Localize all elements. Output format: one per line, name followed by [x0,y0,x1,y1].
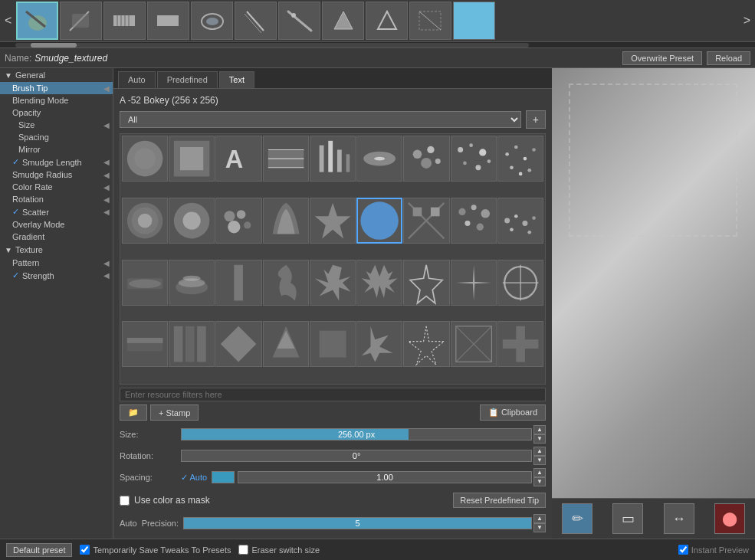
sidebar-item-rotation[interactable]: Rotation ◀ [0,193,113,205]
folder-button[interactable]: 📁 [120,404,147,421]
tab-auto[interactable]: Auto [118,71,156,88]
size-slider-track[interactable]: 256.00 px [181,428,532,440]
brush-thumb-0[interactable] [16,2,58,40]
brush-thumb-6[interactable] [278,2,320,40]
sidebar-item-pattern[interactable]: Pattern ◀ [0,257,113,269]
brush-cell-29[interactable] [263,321,309,367]
sidebar-item-brush-tip[interactable]: Brush Tip ◀ [0,82,113,94]
brush-cell-25[interactable] [497,260,543,306]
sidebar-item-gradient[interactable]: Gradient [0,231,113,243]
brush-thumb-9[interactable] [409,2,451,40]
brush-cell-34[interactable] [497,321,543,367]
brush-cell-10[interactable] [169,198,215,244]
brush-thumb-8[interactable] [366,2,408,40]
tab-text[interactable]: Text [219,71,254,88]
size-spinner[interactable]: ▲ ▼ [533,425,546,444]
brush-thumb-1[interactable] [60,2,102,40]
precision-spinner[interactable]: ▲ ▼ [533,514,546,532]
temporarily-save-checkbox[interactable] [80,545,90,555]
rotation-spinner[interactable]: ▲ ▼ [533,447,546,465]
brush-cell-0[interactable] [122,136,168,182]
size-spinner-up[interactable]: ▲ [533,425,546,434]
preview-paint-tool[interactable]: ✏ [562,503,593,534]
general-section-header[interactable]: ▼ General [0,68,113,82]
stamp-button[interactable]: + Stamp [150,404,199,421]
brush-cell-20[interactable] [263,260,309,306]
size-spinner-down[interactable]: ▼ [533,434,546,444]
brush-thumb-3[interactable] [147,2,189,40]
brush-cell-15[interactable] [451,198,497,244]
brush-cell-24[interactable] [451,260,497,306]
resource-filter-input[interactable] [125,390,540,399]
brush-cell-12[interactable] [263,198,309,244]
brush-cell-17[interactable] [122,260,168,306]
brush-cell-27[interactable] [169,321,215,367]
brush-cell-7[interactable] [451,136,497,182]
tab-predefined[interactable]: Predefined [157,71,218,88]
sidebar-item-scatter[interactable]: ✓ Scatter ◀ [0,205,113,218]
brush-cell-31[interactable] [356,321,402,367]
sidebar-item-smudge-radius[interactable]: Smudge Radius ◀ [0,169,113,181]
brush-thumb-7[interactable] [322,2,364,40]
brush-filter-select[interactable]: All Favorites Digital Wet [120,111,521,128]
reload-button[interactable]: Reload [707,51,750,65]
brush-cell-19[interactable] [215,260,261,306]
spacing-spinner-down[interactable]: ▼ [533,477,546,486]
brush-cell-1[interactable] [169,136,215,182]
strip-scrollbar[interactable] [0,42,755,48]
overwrite-preset-button[interactable]: Overwrite Preset [622,51,702,65]
spacing-spinner[interactable]: ▲ ▼ [533,468,546,486]
brush-cell-26[interactable] [122,321,168,367]
brush-cell-selected[interactable] [356,198,402,244]
precision-spinner-up[interactable]: ▲ [533,514,546,523]
brush-cell-32[interactable] [403,321,449,367]
rotation-spinner-up[interactable]: ▲ [533,447,546,456]
brush-cell-23[interactable] [403,260,449,306]
brush-cell-28[interactable] [215,321,261,367]
brush-thumb-2[interactable] [103,2,146,40]
brush-cell-9[interactable] [122,198,168,244]
brush-cell-18[interactable] [169,260,215,306]
precision-spinner-down[interactable]: ▼ [533,523,546,532]
brush-cell-5[interactable] [356,136,402,182]
brush-cell-13[interactable] [310,198,356,244]
instant-preview-checkbox[interactable] [678,545,688,555]
sidebar-item-color-rate[interactable]: Color Rate ◀ [0,181,113,193]
eraser-switch-checkbox[interactable] [238,545,248,555]
brush-cell-3[interactable] [263,136,309,182]
reset-predefined-tip-button[interactable]: Reset Predefined Tip [453,493,546,508]
spacing-slider-track[interactable]: 1.00 [238,471,532,483]
brush-cell-8[interactable] [497,136,543,182]
brush-cell-22[interactable] [356,260,402,306]
sidebar-item-strength[interactable]: ✓ Strength ◀ [0,269,113,282]
default-preset-button[interactable]: Default preset [6,543,72,557]
sidebar-item-spacing[interactable]: Spacing [0,131,113,143]
brush-cell-33[interactable] [451,321,497,367]
rotation-spinner-down[interactable]: ▼ [533,456,546,465]
sidebar-item-mirror[interactable]: Mirror [0,143,113,156]
brush-thumb-4[interactable] [191,2,233,40]
brush-cell-11[interactable] [215,198,261,244]
brush-thumb-5[interactable] [235,2,277,40]
use-color-as-mask-checkbox[interactable] [120,496,130,506]
brush-cell-16[interactable] [497,198,543,244]
preview-erase-tool[interactable]: ⬤ [714,503,745,534]
sidebar-item-opacity[interactable]: Opacity [0,106,113,119]
brush-strip-prev[interactable]: < [0,14,16,28]
preview-transform-tool[interactable]: ↔ [664,503,694,534]
rotation-slider-track[interactable]: 0° [181,450,532,462]
sidebar-item-overlay-mode[interactable]: Overlay Mode [0,218,113,231]
resource-filter[interactable] [120,388,546,401]
brush-strip-next[interactable]: > [739,14,755,28]
texture-section-header[interactable]: ▼ Texture [0,243,113,257]
clipboard-button[interactable]: 📋 Clipboard [480,404,546,421]
brush-cell-4[interactable] [310,136,356,182]
brush-cell-30[interactable] [310,321,356,367]
brush-cell-14[interactable]: A -52 Bokey [403,198,449,244]
preview-canvas-tool[interactable]: ▭ [612,503,643,534]
precision-slider-track[interactable]: 5 [183,517,532,529]
brush-cell-21[interactable] [310,260,356,306]
brush-cell-2[interactable]: A [215,136,261,182]
sidebar-item-smudge-length[interactable]: ✓ Smudge Length ◀ [0,156,113,169]
spacing-spinner-up[interactable]: ▲ [533,468,546,477]
